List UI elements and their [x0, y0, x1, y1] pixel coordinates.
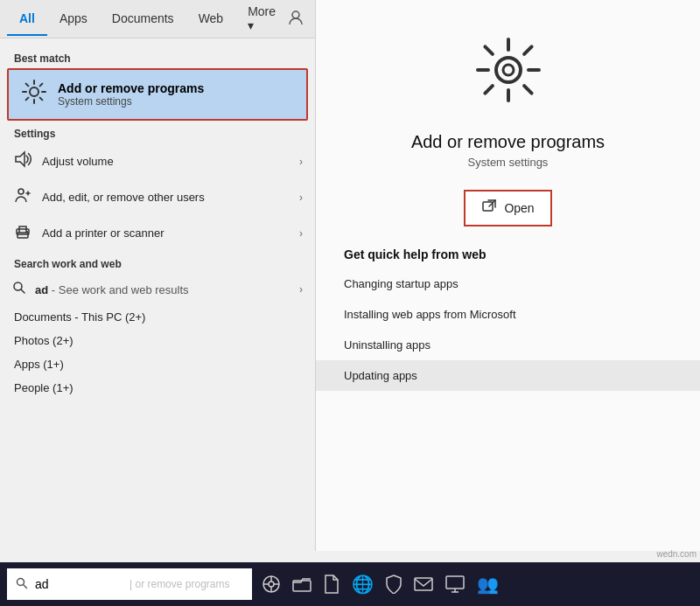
- query-text: ad: [35, 283, 48, 296]
- search-panel: All Apps Documents Web More ▾ ··· Best m…: [0, 0, 315, 551]
- svg-point-15: [269, 582, 274, 587]
- svg-point-9: [496, 58, 521, 82]
- tab-documents[interactable]: Documents: [100, 3, 186, 36]
- person-icon[interactable]: [288, 10, 304, 29]
- task-view-icon[interactable]: [262, 575, 280, 593]
- tab-all[interactable]: All: [7, 3, 47, 36]
- add-printer-label: Add a printer or scanner: [42, 226, 299, 240]
- results-area: Best match Add or remove programs System…: [0, 38, 315, 551]
- document-icon[interactable]: [324, 575, 340, 594]
- printer-icon: [12, 222, 33, 244]
- quick-help-title: Get quick help from web: [316, 247, 486, 261]
- taskbar-search[interactable]: | or remove programs: [7, 568, 252, 600]
- users-icon: [12, 186, 33, 208]
- svg-rect-4: [18, 233, 28, 238]
- chevron-icon: ›: [299, 227, 303, 240]
- query-suffix: - See work and web results: [48, 283, 188, 296]
- open-icon: [481, 199, 497, 218]
- search-icon: [12, 281, 26, 298]
- tab-bar: All Apps Documents Web More ▾ ···: [0, 0, 315, 38]
- result-adjust-volume[interactable]: Adjust volume ›: [0, 143, 315, 179]
- edge-icon[interactable]: 🌐: [352, 574, 374, 595]
- settings-label: Settings: [0, 121, 315, 143]
- monitor-icon[interactable]: [445, 575, 465, 593]
- svg-line-8: [21, 289, 24, 293]
- svg-point-6: [26, 231, 28, 233]
- svg-rect-11: [483, 202, 493, 211]
- category-apps[interactable]: Apps (1+): [0, 352, 315, 376]
- detail-title: Add or remove programs: [411, 132, 605, 152]
- taskbar-search-icon: [16, 577, 28, 592]
- adjust-volume-label: Adjust volume: [42, 155, 299, 168]
- detail-subtitle: System settings: [468, 156, 549, 169]
- tab-group: All Apps Documents Web More ▾: [7, 0, 288, 43]
- detail-gear-icon: [473, 35, 543, 118]
- svg-point-0: [292, 11, 299, 18]
- help-link-3[interactable]: Uninstalling apps: [316, 330, 700, 360]
- taskbar-icons: 🌐 👥: [262, 574, 700, 595]
- svg-point-3: [18, 189, 24, 194]
- gear-icon: [21, 79, 47, 110]
- svg-marker-2: [16, 152, 24, 166]
- add-users-label: Add, edit, or remove other users: [42, 191, 299, 204]
- svg-line-13: [24, 584, 27, 588]
- help-link-4[interactable]: Updating apps: [316, 360, 700, 391]
- taskbar: | or remove programs: [0, 562, 700, 606]
- result-add-users[interactable]: Add, edit, or remove other users ›: [0, 179, 315, 215]
- tab-apps[interactable]: Apps: [47, 3, 100, 36]
- volume-icon: [12, 150, 33, 172]
- open-button[interactable]: Open: [464, 190, 551, 226]
- web-search-label: ad - See work and web results: [35, 283, 299, 296]
- tab-more[interactable]: More ▾: [235, 0, 288, 43]
- svg-point-1: [30, 87, 38, 96]
- svg-point-10: [503, 65, 514, 75]
- best-match-title: Add or remove programs: [58, 81, 204, 95]
- file-explorer-icon[interactable]: [292, 576, 312, 592]
- category-photos[interactable]: Photos (2+): [0, 329, 315, 352]
- mail-icon[interactable]: [414, 577, 433, 591]
- search-web-item[interactable]: ad - See work and web results ›: [0, 274, 315, 305]
- shield-icon[interactable]: [386, 575, 402, 594]
- best-match-subtitle: System settings: [58, 95, 204, 108]
- category-documents[interactable]: Documents - This PC (2+): [0, 305, 315, 329]
- result-add-printer[interactable]: Add a printer or scanner ›: [0, 215, 315, 251]
- chevron-icon: ›: [299, 283, 303, 296]
- chevron-icon: ›: [299, 192, 303, 204]
- svg-rect-21: [415, 578, 432, 590]
- svg-rect-22: [446, 576, 464, 589]
- detail-panel: Add or remove programs System settings O…: [315, 0, 700, 551]
- help-links: Changing startup apps Installing web app…: [316, 268, 700, 391]
- open-label: Open: [504, 201, 534, 215]
- tab-web[interactable]: Web: [186, 3, 236, 36]
- watermark: wedn.com: [653, 547, 700, 561]
- help-link-1[interactable]: Changing startup apps: [316, 268, 700, 299]
- search-web-label: Search work and web: [0, 251, 315, 274]
- help-link-2[interactable]: Installing web apps from Microsoft: [316, 299, 700, 330]
- teams-icon[interactable]: 👥: [477, 574, 499, 595]
- chevron-icon: ›: [299, 156, 303, 168]
- best-match-label: Best match: [0, 45, 315, 68]
- category-people[interactable]: People (1+): [0, 376, 315, 400]
- best-match-item[interactable]: Add or remove programs System settings: [7, 68, 308, 121]
